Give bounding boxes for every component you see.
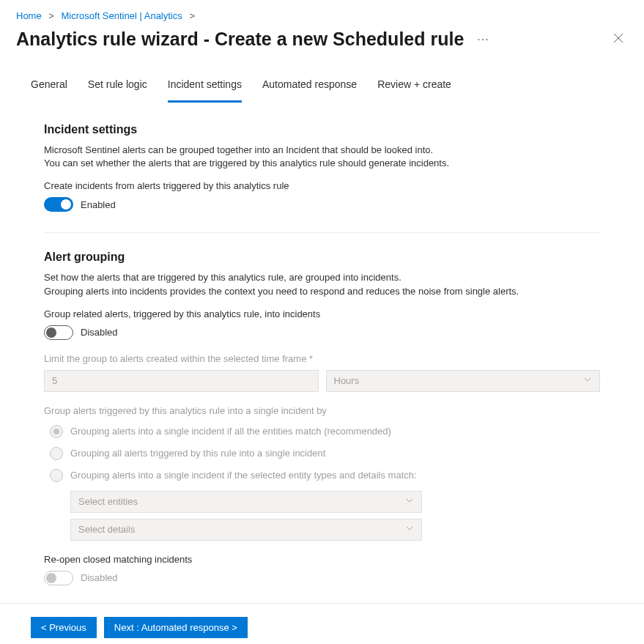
group-by-label: Group alerts triggered by this analytics… [44, 405, 600, 416]
create-incidents-toggle[interactable] [44, 197, 73, 212]
radio-all-entities-match[interactable] [50, 425, 63, 438]
incident-settings-desc: Microsoft Sentinel alerts can be grouped… [44, 144, 600, 170]
more-icon[interactable]: ··· [477, 33, 489, 46]
breadcrumb: Home > Microsoft Sentinel | Analytics > [0, 0, 644, 24]
select-entities[interactable]: Select entities [70, 491, 422, 513]
incident-settings-title: Incident settings [44, 123, 600, 136]
chevron-down-icon [583, 375, 592, 386]
create-incidents-toggle-label: Enabled [81, 199, 116, 210]
wizard-tabs: General Set rule logic Incident settings… [0, 57, 644, 103]
chevron-down-icon [405, 524, 414, 535]
select-details[interactable]: Select details [70, 519, 422, 541]
tab-set-rule-logic[interactable]: Set rule logic [88, 73, 147, 103]
create-incidents-label: Create incidents from alerts triggered b… [44, 180, 600, 191]
wizard-footer: < Previous Next : Automated response > [0, 603, 644, 644]
next-button[interactable]: Next : Automated response > [104, 617, 248, 638]
close-icon[interactable] [609, 27, 628, 51]
group-related-toggle[interactable] [44, 325, 73, 340]
alert-grouping-desc: Set how the alerts that are triggered by… [44, 271, 600, 297]
limit-timeframe-label: Limit the group to alerts created within… [44, 353, 600, 364]
radio-selected-entities[interactable] [50, 469, 63, 482]
limit-value-input[interactable] [44, 370, 319, 392]
radio-selected-entities-label: Grouping alerts into a single incident i… [70, 470, 417, 481]
tab-review-create[interactable]: Review + create [377, 73, 451, 103]
alert-grouping-title: Alert grouping [44, 251, 600, 264]
previous-button[interactable]: < Previous [31, 617, 97, 638]
breadcrumb-home[interactable]: Home [16, 10, 42, 21]
radio-all-alerts[interactable] [50, 447, 63, 460]
breadcrumb-sentinel[interactable]: Microsoft Sentinel | Analytics [62, 10, 182, 21]
reopen-label: Re-open closed matching incidents [44, 554, 600, 565]
section-divider [44, 232, 600, 233]
limit-unit-select[interactable]: Hours [326, 370, 601, 392]
radio-all-alerts-label: Grouping all alerts triggered by this ru… [70, 448, 325, 459]
group-related-label: Group related alerts, triggered by this … [44, 308, 600, 319]
radio-all-entities-match-label: Grouping alerts into a single incident i… [70, 426, 391, 437]
chevron-right-icon: > [48, 10, 54, 21]
tab-incident-settings[interactable]: Incident settings [168, 73, 242, 103]
group-related-toggle-label: Disabled [81, 327, 118, 338]
chevron-right-icon: > [189, 10, 195, 21]
tab-general[interactable]: General [31, 73, 67, 103]
reopen-toggle[interactable] [44, 571, 73, 585]
page-header: Analytics rule wizard - Create a new Sch… [0, 24, 644, 57]
chevron-down-icon [405, 496, 414, 507]
reopen-toggle-label: Disabled [81, 572, 118, 583]
page-title: Analytics rule wizard - Create a new Sch… [16, 29, 464, 50]
tab-automated-response[interactable]: Automated response [262, 73, 357, 103]
